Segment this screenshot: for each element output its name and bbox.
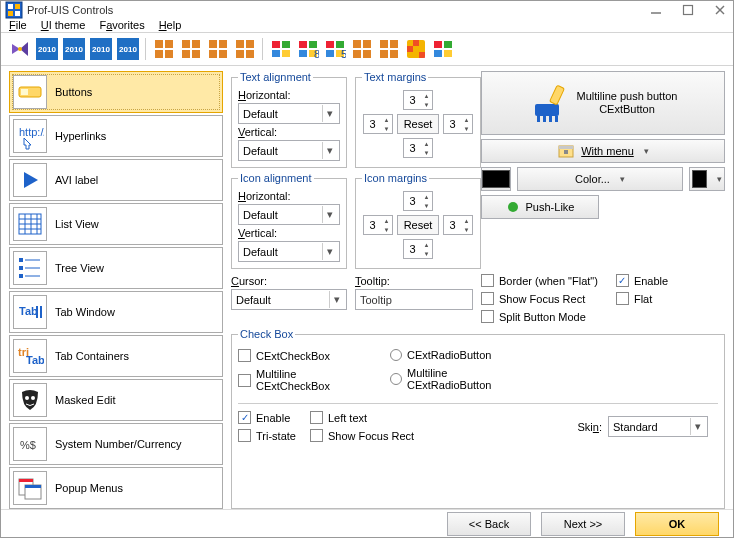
- toolbar-separator: [262, 38, 264, 60]
- sidebar-item-buttons[interactable]: Buttons: [9, 71, 223, 113]
- multiline-push-button[interactable]: Multiline push buttonCExtButton: [481, 71, 725, 135]
- svg-rect-17: [192, 50, 200, 58]
- toolbar-office-5[interactable]: [349, 36, 375, 62]
- menu-uitheme[interactable]: UI theme: [41, 19, 86, 31]
- tooltip-input[interactable]: Tooltip: [355, 289, 473, 310]
- window-controls: [649, 3, 727, 17]
- svg-rect-42: [353, 50, 361, 58]
- icon-margin-right[interactable]: 3▲▼: [443, 215, 473, 235]
- multiline-cextradiobutton[interactable]: [390, 373, 402, 385]
- label-horizontal: Horizontal:: [238, 190, 340, 202]
- svg-rect-10: [155, 40, 163, 48]
- color-swatch-right[interactable]: ▾: [689, 167, 725, 191]
- sidebar-item-tabwindow[interactable]: Tab Tab Window: [9, 291, 223, 333]
- ok-button[interactable]: OK: [635, 512, 719, 536]
- svg-rect-25: [246, 50, 254, 58]
- with-menu-button[interactable]: With menu▾: [481, 139, 725, 163]
- split-mode-label: Split Button Mode: [499, 311, 586, 323]
- toolbar-office-1[interactable]: [151, 36, 177, 62]
- cb-enable[interactable]: ✓: [238, 411, 251, 424]
- icon-align-vertical[interactable]: Default▾: [238, 241, 340, 262]
- toolbar-vs-icon[interactable]: [7, 36, 33, 62]
- main-panel: Text alignment Horizontal: Default▾ Vert…: [231, 71, 725, 509]
- text-margin-bottom[interactable]: 3▲▼: [403, 138, 433, 158]
- legend: Icon alignment: [238, 172, 314, 184]
- chevron-down-icon: ▾: [322, 105, 337, 122]
- color-button[interactable]: Color...▾: [517, 167, 683, 191]
- minimize-icon[interactable]: [649, 3, 663, 17]
- maximize-icon[interactable]: [681, 3, 695, 17]
- text-alignment-group: Text alignment Horizontal: Default▾ Vert…: [231, 71, 347, 168]
- toolbar-win-3[interactable]: 5: [322, 36, 348, 62]
- text-margin-top[interactable]: 3▲▼: [403, 90, 433, 110]
- sidebar-item-label: Hyperlinks: [55, 130, 106, 142]
- split-mode-checkbox[interactable]: [481, 310, 494, 323]
- push-like-button[interactable]: Push-Like: [481, 195, 599, 219]
- border-checkbox[interactable]: [481, 274, 494, 287]
- text-align-horizontal[interactable]: Default▾: [238, 103, 340, 124]
- cursor-combo[interactable]: Default▾: [231, 289, 347, 310]
- toolbar-2010-3[interactable]: 2010: [88, 36, 114, 62]
- cb-enable-label: Enable: [256, 412, 290, 424]
- sidebar-item-popupmenus[interactable]: Popup Menus: [9, 467, 223, 509]
- enable-checkbox[interactable]: ✓: [616, 274, 629, 287]
- icon-margin-bottom[interactable]: 3▲▼: [403, 239, 433, 259]
- sidebar-item-currency[interactable]: %$ System Number/Currency: [9, 423, 223, 465]
- icon-margin-top[interactable]: 3▲▼: [403, 191, 433, 211]
- toolbar-2010-1[interactable]: 2010: [34, 36, 60, 62]
- text-align-vertical[interactable]: Default▾: [238, 140, 340, 161]
- sidebar-item-treeview[interactable]: Tree View: [9, 247, 223, 289]
- close-icon[interactable]: [713, 3, 727, 17]
- cb-showfocus[interactable]: [310, 429, 323, 442]
- back-button[interactable]: << Back: [447, 512, 531, 536]
- flat-checkbox[interactable]: [616, 292, 629, 305]
- toolbar-2010-2[interactable]: 2010: [61, 36, 87, 62]
- multiline-cextcheckbox-label: MultilineCExtCheckBox: [256, 368, 330, 392]
- sidebar-item-hyperlinks[interactable]: http:// Hyperlinks: [9, 115, 223, 157]
- toolbar-office-2[interactable]: [178, 36, 204, 62]
- svg-rect-15: [192, 40, 200, 48]
- menu-favorites[interactable]: Favorites: [99, 19, 144, 31]
- svg-rect-2: [15, 4, 20, 9]
- menu-help[interactable]: Help: [159, 19, 182, 31]
- chevron-down-icon: ▾: [329, 291, 344, 308]
- cextradiobutton[interactable]: [390, 349, 402, 361]
- icon-align-horizontal[interactable]: Default▾: [238, 204, 340, 225]
- cextradiobutton-label: CExtRadioButton: [407, 349, 491, 361]
- toolbar-office-4[interactable]: [232, 36, 258, 62]
- sidebar-item-avi[interactable]: AVI label: [9, 159, 223, 201]
- cextcheckbox[interactable]: [238, 349, 251, 362]
- icon-margin-left[interactable]: 3▲▼: [363, 215, 393, 235]
- toolbar-puzzle-icon[interactable]: [403, 36, 429, 62]
- archive-icon: [557, 142, 575, 160]
- sidebar-item-maskededit[interactable]: Masked Edit: [9, 379, 223, 421]
- toolbar-win-2[interactable]: 8: [295, 36, 321, 62]
- toolbar-office-3[interactable]: [205, 36, 231, 62]
- svg-rect-26: [272, 41, 280, 48]
- color-swatch-left[interactable]: [481, 167, 511, 191]
- listview-icon: [13, 207, 47, 241]
- toolbar-office-6[interactable]: [376, 36, 402, 62]
- toolbar-win-1[interactable]: [268, 36, 294, 62]
- multiline-cextcheckbox[interactable]: [238, 374, 251, 387]
- icon-margins-reset-button[interactable]: Reset: [397, 215, 439, 235]
- sidebar-item-tabcontainers[interactable]: triTab Tab Containers: [9, 335, 223, 377]
- next-button[interactable]: Next >>: [541, 512, 625, 536]
- toolbar-win-4[interactable]: [430, 36, 456, 62]
- cb-tristate[interactable]: [238, 429, 251, 442]
- svg-rect-4: [15, 11, 20, 16]
- checkbox-group: Check Box CExtCheckBox MultilineCExtChec…: [231, 328, 725, 509]
- svg-rect-1: [8, 4, 13, 9]
- focus-rect-checkbox[interactable]: [481, 292, 494, 305]
- menu-file[interactable]: File: [9, 19, 27, 31]
- flat-label: Flat: [634, 293, 652, 305]
- text-margins-reset-button[interactable]: Reset: [397, 114, 439, 134]
- cb-lefttext[interactable]: [310, 411, 323, 424]
- toolbar-2010-4[interactable]: 2010: [115, 36, 141, 62]
- sidebar-item-label: Tab Containers: [55, 350, 129, 362]
- skin-combo[interactable]: Standard▾: [608, 416, 708, 437]
- svg-rect-18: [209, 40, 217, 48]
- sidebar-item-listview[interactable]: List View: [9, 203, 223, 245]
- text-margin-left[interactable]: 3▲▼: [363, 114, 393, 134]
- text-margin-right[interactable]: 3▲▼: [443, 114, 473, 134]
